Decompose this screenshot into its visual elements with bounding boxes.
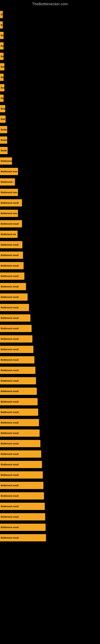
- bar-row: Bottleneck r: [0, 177, 100, 187]
- bar: Bo: [0, 53, 3, 60]
- bar-row: Bottleneck result: [0, 250, 100, 260]
- bar-label: Bott: [1, 108, 5, 110]
- bar-label: Bo: [1, 55, 3, 58]
- bar-label: Bottleneck res: [1, 233, 16, 236]
- bar-label: Bottleneck result: [1, 275, 19, 277]
- bar-label: Bottleneck result: [1, 484, 19, 486]
- bar-label: Bottleneck result: [1, 306, 19, 309]
- bar-label: Bottleneck result: [1, 317, 19, 319]
- bar-row: Bottleneck result: [0, 512, 100, 522]
- bar-row: Bottleneck result: [0, 376, 100, 386]
- bar-label: B: [1, 24, 2, 26]
- bar: Bottleneck result: [0, 304, 29, 311]
- bar-row: Bo: [0, 30, 100, 41]
- bar: Bottleneck result: [0, 356, 34, 364]
- bar: Bo: [0, 32, 3, 39]
- bar-row: Bottleneck result: [0, 438, 100, 449]
- bar: Bottleneck: [0, 158, 12, 164]
- bar-row: Bottleneck result: [0, 449, 100, 459]
- bar-row: Bottleneck result: [0, 292, 100, 302]
- bar-row: Bottleneck result: [0, 407, 100, 418]
- bar-label: Bo: [1, 76, 3, 78]
- bar: Bott: [0, 105, 5, 112]
- bar: Bottleneck result: [0, 471, 43, 478]
- bar-row: Bottleneck result: [0, 470, 100, 480]
- bar-label: Bo: [1, 45, 3, 47]
- bar-label: Bottleneck result: [1, 442, 19, 445]
- bar: Bottleneck result: [0, 461, 42, 468]
- bar: Bottleneck result: [0, 513, 45, 520]
- bar: Bottleneck result: [0, 534, 46, 541]
- bar-label: Bottleneck result: [1, 244, 19, 246]
- bar-label: Bottleneck result: [1, 516, 19, 518]
- bar: B: [0, 11, 3, 18]
- bar-label: Bottleneck result: [1, 254, 19, 256]
- bar-row: Bottleneck resu: [0, 166, 100, 177]
- bar-label: Bottleneck resu: [1, 212, 17, 214]
- bar-label: Bottleneck result: [1, 400, 19, 403]
- bar: Bottleneck resu: [0, 168, 18, 175]
- bar-row: Bottleneck result: [0, 532, 100, 543]
- bar-row: Bo: [0, 93, 100, 104]
- bar-label: Bottleneck result: [1, 338, 19, 340]
- bar-row: Bottleneck result: [0, 428, 100, 438]
- bar-row: Bottleneck result: [0, 501, 100, 512]
- bar-label: Bott: [1, 118, 5, 120]
- bar-row: Bottleneck result: [0, 218, 100, 229]
- bar-row: Bottleneck result: [0, 491, 100, 501]
- bar-row: Bo: [0, 72, 100, 82]
- bar-row: Bottleneck result: [0, 323, 100, 334]
- bar-label: Bottle: [1, 128, 7, 131]
- bar-label: Bottleneck result: [1, 390, 19, 392]
- bar-row: Bottleneck result: [0, 198, 100, 208]
- bar-label: Bottleneck result: [1, 359, 19, 361]
- bar-row: Bottle: [0, 135, 100, 145]
- bar: Bottleneck result: [0, 367, 35, 374]
- bar-label: Bottleneck result: [1, 422, 19, 424]
- bar-label: Bottleneck result: [1, 463, 19, 466]
- bar-row: Bottle: [0, 145, 100, 156]
- bar-label: Bottleneck result: [1, 296, 19, 298]
- bar-label: Bottleneck result: [1, 222, 19, 225]
- bar-row: Bottleneck result: [0, 386, 100, 396]
- bar: Bot: [0, 84, 4, 91]
- bar-row: Bottle: [0, 124, 100, 135]
- bar-row: Bottleneck result: [0, 334, 100, 344]
- bar-row: B: [0, 20, 100, 30]
- bar-row: Bot: [0, 82, 100, 93]
- bar-row: Bottleneck result: [0, 313, 100, 323]
- bar: Bottleneck r: [0, 178, 15, 186]
- bar-row: Bott: [0, 114, 100, 124]
- bar: Bottle: [0, 136, 7, 144]
- bar-label: Bottleneck: [1, 160, 12, 162]
- bar: Bottleneck result: [0, 482, 43, 489]
- bar: Bottleneck result: [0, 294, 28, 301]
- bar: Bottleneck result: [0, 283, 26, 290]
- bar-label: Bottleneck result: [1, 202, 19, 204]
- bar-row: Bottleneck res: [0, 229, 100, 240]
- bar: Bottleneck result: [0, 325, 32, 332]
- bar-row: Bottleneck resu: [0, 187, 100, 198]
- bar: Bottleneck result: [0, 241, 22, 248]
- bar-row: Bo: [0, 51, 100, 62]
- bar-row: Bottleneck result: [0, 271, 100, 281]
- bar: Bo: [0, 74, 3, 81]
- bar: Bottleneck result: [0, 430, 40, 437]
- bar: Bottleneck result: [0, 199, 22, 206]
- bar: Bottle: [0, 126, 7, 133]
- bar-label: Bottleneck result: [1, 285, 19, 288]
- bar-row: Bottleneck result: [0, 302, 100, 313]
- bars-container: BBBoBoBoBotBoBotBoBottBottBottleBottleBo…: [0, 7, 100, 543]
- bar: Bot: [0, 63, 4, 70]
- bar-row: Bottleneck result: [0, 522, 100, 532]
- bar: Bottleneck result: [0, 346, 33, 353]
- bar-label: Bottleneck result: [1, 432, 19, 434]
- site-title: TheBottlenecker.com: [0, 0, 100, 7]
- bar: Bo: [0, 94, 3, 102]
- bar-label: Bo: [1, 97, 3, 100]
- bar: Bottleneck result: [0, 252, 23, 259]
- bar-row: Bottleneck: [0, 156, 100, 166]
- bar: Bottleneck res: [0, 231, 18, 238]
- bar-row: Bottleneck result: [0, 396, 100, 407]
- bar-label: Bottleneck result: [1, 327, 19, 330]
